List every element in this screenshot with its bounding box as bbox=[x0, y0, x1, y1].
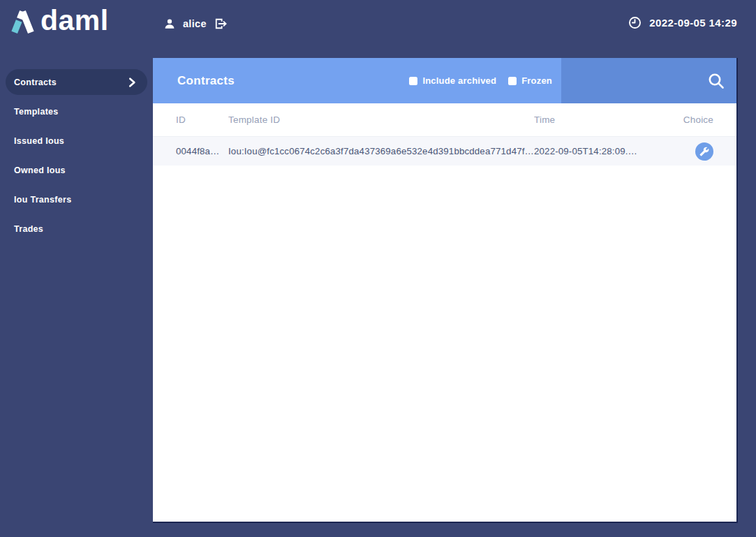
filter-label: Frozen bbox=[521, 75, 552, 86]
sidebar-item-label: Issued Ious bbox=[14, 136, 64, 146]
column-header-id: ID bbox=[153, 115, 228, 125]
sidebar-item-label: Owned Ious bbox=[14, 165, 66, 175]
choice-button[interactable] bbox=[695, 142, 713, 161]
table-header: ID Template ID Time Choice bbox=[153, 103, 736, 137]
sidebar-item-iou-transfers[interactable]: Iou Transfers bbox=[6, 186, 147, 212]
cell-time: 2022-09-05T14:28:09.… bbox=[534, 146, 676, 156]
column-header-template-id: Template ID bbox=[228, 115, 534, 125]
daml-lambda-icon bbox=[10, 8, 36, 36]
column-header-time: Time bbox=[534, 115, 676, 125]
sidebar-item-label: Templates bbox=[14, 107, 59, 117]
panel-header: Contracts Include archived Frozen bbox=[153, 58, 736, 103]
search-icon[interactable] bbox=[706, 71, 726, 91]
person-icon bbox=[163, 17, 176, 30]
cell-choice bbox=[676, 142, 736, 161]
sidebar-item-issued-ious[interactable]: Issued Ious bbox=[6, 128, 147, 154]
panel-header-left: Contracts Include archived Frozen bbox=[153, 58, 561, 103]
filter-frozen[interactable]: Frozen bbox=[508, 75, 552, 86]
sidebar-item-owned-ious[interactable]: Owned Ious bbox=[6, 157, 147, 183]
clock-icon bbox=[628, 16, 642, 29]
sidebar-item-contracts[interactable]: Contracts bbox=[6, 69, 147, 95]
logout-icon[interactable] bbox=[214, 17, 228, 31]
main-content: Contracts Include archived Frozen ID Tem… bbox=[153, 58, 738, 523]
sidebar-item-trades[interactable]: Trades bbox=[6, 216, 147, 242]
filter-include-archived[interactable]: Include archived bbox=[409, 75, 496, 86]
user-name: alice bbox=[183, 18, 207, 29]
wrench-icon bbox=[699, 147, 709, 156]
logo-text: daml bbox=[40, 6, 109, 35]
table-row[interactable]: 0044f8a… Iou:Iou@fc1cc0674c2c6a3f7da4373… bbox=[153, 137, 736, 165]
search-section[interactable] bbox=[561, 58, 736, 103]
sidebar-item-templates[interactable]: Templates bbox=[6, 98, 147, 124]
filter-label: Include archived bbox=[422, 75, 496, 86]
checkbox-unchecked-icon[interactable] bbox=[508, 77, 517, 85]
table-empty-area bbox=[153, 165, 736, 522]
sidebar-item-label: Trades bbox=[14, 224, 43, 234]
timestamp: 2022-09-05 14:29 bbox=[649, 17, 737, 29]
column-header-choice: Choice bbox=[676, 115, 736, 125]
sidebar: Contracts Templates Issued Ious Owned Io… bbox=[6, 69, 147, 245]
filters: Include archived Frozen bbox=[409, 75, 552, 86]
page-title: Contracts bbox=[177, 74, 235, 88]
user-menu: alice bbox=[163, 17, 228, 31]
chevron-right-icon bbox=[126, 77, 138, 88]
ledger-time: 2022-09-05 14:29 bbox=[628, 16, 737, 29]
checkbox-unchecked-icon[interactable] bbox=[409, 77, 417, 85]
cell-contract-id: 0044f8a… bbox=[153, 146, 228, 156]
cell-template-id: Iou:Iou@fc1cc0674c2c6a3f7da437369a6e532e… bbox=[228, 146, 534, 156]
daml-logo: daml bbox=[10, 8, 109, 36]
sidebar-item-label: Contracts bbox=[14, 78, 57, 87]
topbar: daml alice 2022-09-05 14:29 bbox=[0, 0, 756, 58]
sidebar-item-label: Iou Transfers bbox=[14, 195, 71, 205]
